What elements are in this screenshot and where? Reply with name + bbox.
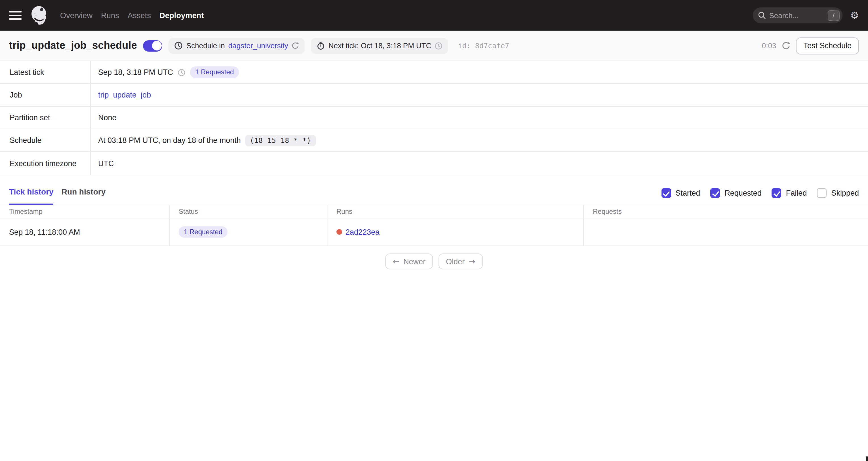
column-header-status: Status — [169, 205, 327, 218]
job-link[interactable]: trip_update_job — [98, 91, 151, 99]
hamburger-menu-icon[interactable] — [9, 11, 22, 20]
detail-label: Partition set — [0, 107, 91, 129]
schedule-location-pill: Schedule in dagster_university — [169, 38, 305, 54]
test-schedule-button[interactable]: Test Schedule — [796, 37, 859, 54]
timezone-value: UTC — [98, 159, 114, 168]
older-label: Older — [446, 257, 465, 266]
tick-timestamp[interactable]: Sep 18, 11:18:00 AM — [0, 218, 169, 245]
filter-skipped[interactable]: Skipped — [817, 188, 859, 198]
column-header-requests: Requests — [584, 205, 868, 218]
nav-item-deployment[interactable]: Deployment — [159, 11, 204, 20]
detail-label: Execution timezone — [0, 152, 91, 175]
filter-label: Started — [675, 189, 700, 197]
nav-item-runs[interactable]: Runs — [101, 11, 119, 20]
schedule-description: At 03:18 PM UTC, on day 18 of the month — [98, 136, 241, 144]
latest-tick-time: Sep 18, 3:18 PM UTC — [98, 68, 173, 76]
nav-item-overview[interactable]: Overview — [60, 11, 92, 20]
schedule-header: trip_update_job_schedule Schedule in dag… — [0, 31, 868, 61]
newer-button[interactable]: ← Newer — [385, 254, 433, 269]
tick-requests-cell — [584, 218, 868, 245]
run-status-dot-icon — [336, 229, 342, 235]
primary-nav: Overview Runs Assets Deployment — [60, 11, 204, 20]
search-box[interactable]: / — [753, 7, 842, 23]
reload-location-icon[interactable] — [291, 42, 299, 49]
partition-set-value: None — [98, 113, 117, 122]
detail-label: Latest tick — [0, 61, 91, 84]
status-badge[interactable]: 1 Requested — [190, 67, 239, 78]
filter-label: Skipped — [831, 189, 859, 197]
stopwatch-icon — [316, 41, 325, 50]
tick-status-badge[interactable]: 1 Requested — [179, 226, 227, 238]
column-header-runs: Runs — [327, 205, 584, 218]
column-header-timestamp: Timestamp — [0, 205, 169, 218]
tab-tick-history[interactable]: Tick history — [9, 187, 54, 205]
next-tick-pill: Next tick: Oct 18, 3:18 PM UTC — [311, 38, 448, 54]
checkbox-started[interactable] — [661, 188, 671, 198]
detail-label: Schedule — [0, 129, 91, 152]
next-tick-text: Next tick: Oct 18, 3:18 PM UTC — [329, 41, 431, 50]
search-shortcut-key: / — [828, 10, 840, 21]
gear-icon[interactable]: ⚙ — [850, 10, 859, 20]
refresh-icon[interactable] — [782, 41, 790, 50]
older-button[interactable]: Older → — [438, 254, 483, 269]
timezone-clock-icon[interactable] — [435, 42, 442, 50]
schedule-details-table: Latest tick Sep 18, 3:18 PM UTC 1 Reques… — [0, 61, 868, 175]
schedule-toggle[interactable] — [143, 40, 162, 51]
search-input[interactable] — [769, 11, 824, 20]
search-icon — [758, 11, 766, 19]
detail-row-job: Job trip_update_job — [0, 84, 868, 107]
nav-item-assets[interactable]: Assets — [128, 11, 151, 20]
scrollbar-corner-artifact — [866, 457, 868, 461]
schedule-id: id: 8d7cafe7 — [458, 41, 509, 50]
cron-expression: (18 15 18 * *) — [245, 135, 316, 146]
detail-label: Job — [0, 84, 91, 106]
filter-failed[interactable]: Failed — [772, 188, 807, 198]
pagination: ← Newer Older → — [0, 254, 868, 269]
clock-icon[interactable] — [178, 68, 186, 76]
tick-history-table: Timestamp Status Runs Requests Sep 18, 1… — [0, 205, 868, 246]
table-header-row: Timestamp Status Runs Requests — [0, 205, 868, 218]
checkbox-failed[interactable] — [772, 188, 781, 198]
status-filters: Started Requested Failed Skipped — [661, 188, 859, 205]
schedule-prefix: Schedule in — [186, 41, 225, 50]
detail-row-schedule: Schedule At 03:18 PM UTC, on day 18 of t… — [0, 129, 868, 152]
detail-row-timezone: Execution timezone UTC — [0, 152, 868, 175]
dagster-logo-icon[interactable] — [29, 5, 49, 26]
tab-run-history[interactable]: Run history — [62, 187, 106, 205]
dagster-app: Overview Runs Assets Deployment / ⚙ trip… — [0, 0, 868, 461]
top-nav: Overview Runs Assets Deployment / ⚙ — [0, 0, 868, 31]
clock-icon — [175, 41, 183, 50]
arrow-left-icon: ← — [393, 257, 399, 265]
history-tabs-row: Tick history Run history Started Request… — [0, 175, 868, 205]
filter-requested[interactable]: Requested — [710, 188, 762, 198]
arrow-right-icon: → — [469, 257, 475, 265]
detail-row-partition-set: Partition set None — [0, 107, 868, 129]
run-link[interactable]: 2ad223ea — [345, 228, 379, 236]
filter-label: Failed — [786, 189, 807, 197]
filter-started[interactable]: Started — [661, 188, 700, 198]
checkbox-requested[interactable] — [710, 188, 720, 198]
code-location-link[interactable]: dagster_university — [228, 41, 288, 50]
page-title: trip_update_job_schedule — [9, 40, 137, 52]
newer-label: Newer — [403, 257, 426, 266]
checkbox-skipped[interactable] — [817, 188, 827, 198]
refresh-countdown: 0:03 — [762, 41, 776, 50]
detail-row-latest-tick: Latest tick Sep 18, 3:18 PM UTC 1 Reques… — [0, 61, 868, 84]
table-row: Sep 18, 11:18:00 AM 1 Requested 2ad223ea — [0, 218, 868, 246]
filter-label: Requested — [724, 189, 762, 197]
